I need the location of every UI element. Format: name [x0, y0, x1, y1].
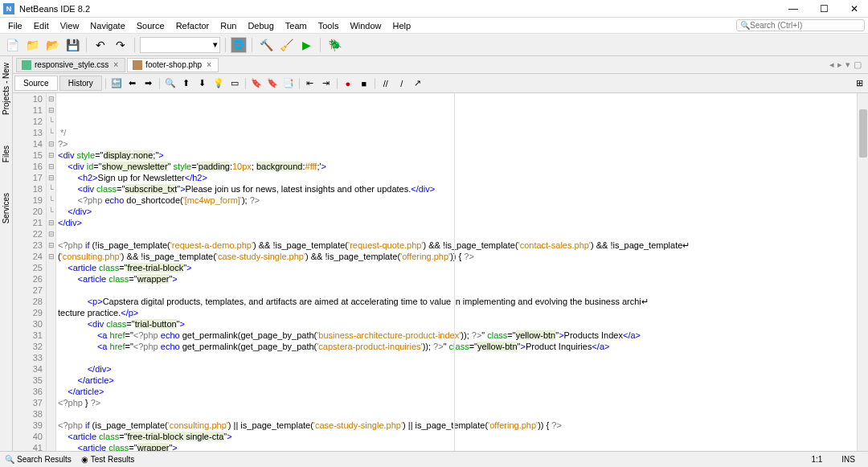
split-button[interactable]: ⊞ [856, 78, 866, 88]
quicksearch-box[interactable]: 🔍 [736, 19, 865, 31]
find-prev-button[interactable]: ⬆ [179, 76, 194, 91]
shift-right-button[interactable]: ⇥ [319, 76, 334, 91]
test-results-tab[interactable]: ◉Test Results [81, 455, 134, 464]
scroll-thumb[interactable] [859, 109, 867, 158]
browser-select[interactable]: 🌐 [231, 37, 247, 53]
css-file-icon [22, 60, 31, 70]
find-selection-button[interactable]: 🔍 [163, 76, 178, 91]
undo-button[interactable]: ↶ [92, 36, 109, 54]
minimize-button[interactable]: — [783, 2, 804, 16]
run-button[interactable]: ▶ [297, 36, 315, 54]
menu-navigate[interactable]: Navigate [85, 19, 129, 32]
sidebar-tab-files[interactable]: Files [1, 142, 11, 166]
line-number-gutter: 1011121314151617181920212223242526272829… [13, 93, 47, 451]
window-title: NetBeans IDE 8.2 [19, 4, 783, 14]
maximize-editor-button[interactable]: ▢ [854, 59, 862, 70]
clean-build-button[interactable]: 🧹 [277, 36, 295, 54]
menu-bar: File Edit View Navigate Source Refactor … [0, 18, 868, 34]
menu-run[interactable]: Run [215, 19, 241, 32]
main-toolbar: 📄 📁 📂 💾 ↶ ↷ ▾ 🌐 🔨 🧹 ▶ 🪲 [0, 34, 868, 56]
search-icon: 🔍 [740, 21, 750, 30]
tab-menu-button[interactable]: ▾ [845, 59, 850, 70]
quicksearch-input[interactable] [750, 21, 861, 30]
editor-toolbar: Source History 🔙 ⬅ ➡ 🔍 ⬆ ⬇ 💡 ▭ 🔖 🔖 📑 ⇤ ⇥… [13, 74, 868, 93]
file-tab[interactable]: footer-shop.php × [127, 58, 219, 72]
main-area: Projects - New Files Services responsive… [0, 56, 868, 451]
close-tab-button[interactable]: × [112, 60, 120, 69]
toggle-highlight-button[interactable]: 💡 [211, 76, 226, 91]
left-sidebar: Projects - New Files Services [0, 56, 13, 451]
toolbar-separator [299, 78, 300, 89]
code-content[interactable]: */?><div style="display:none;"> <div id=… [56, 93, 857, 451]
prev-bookmark-button[interactable]: 🔖 [249, 76, 264, 91]
toolbar-separator [252, 38, 252, 52]
page-guide-line [454, 93, 455, 451]
code-editor[interactable]: 1011121314151617181920212223242526272829… [13, 93, 868, 451]
redo-button[interactable]: ↷ [112, 36, 129, 54]
menu-edit[interactable]: Edit [29, 19, 54, 32]
toolbar-separator [245, 78, 246, 89]
menu-refactor[interactable]: Refactor [171, 19, 215, 32]
config-dropdown[interactable]: ▾ [140, 37, 220, 53]
menu-help[interactable]: Help [388, 19, 416, 32]
macro-record-button[interactable]: ● [341, 76, 355, 91]
sidebar-tab-projects[interactable]: Projects - New [1, 59, 11, 118]
status-right: 1:1 INS [811, 455, 863, 464]
debug-button[interactable]: 🪲 [326, 36, 343, 54]
save-all-button[interactable]: 💾 [63, 36, 81, 54]
close-button[interactable]: ✕ [844, 2, 865, 16]
toggle-bookmark-button[interactable]: 📑 [281, 76, 296, 91]
file-tab[interactable]: responsive_style.css × [16, 58, 125, 72]
window-controls: — ☐ ✕ [783, 2, 865, 16]
next-bookmark-button[interactable]: 🔖 [265, 76, 280, 91]
app-logo-icon: N [3, 3, 14, 14]
menu-source[interactable]: Source [132, 19, 170, 32]
file-tabs-bar: responsive_style.css × footer-shop.php ×… [13, 56, 868, 74]
uncomment-button[interactable]: / [395, 76, 409, 91]
scroll-tabs-left-button[interactable]: ◂ [829, 59, 834, 70]
sidebar-tab-services[interactable]: Services [1, 190, 11, 227]
menu-view[interactable]: View [55, 19, 84, 32]
open-project-button[interactable]: 📂 [43, 36, 61, 54]
cursor-position: 1:1 [811, 455, 822, 464]
status-bar: 🔍Search Results ◉Test Results 1:1 INS [0, 451, 868, 467]
toolbar-separator [134, 38, 135, 52]
new-project-button[interactable]: 📁 [23, 36, 41, 54]
menu-debug[interactable]: Debug [243, 19, 278, 32]
menu-window[interactable]: Window [345, 19, 386, 32]
vertical-scrollbar[interactable] [857, 93, 868, 451]
fold-gutter[interactable]: ⊟⊟└└⊟⊟⊟⊟└└└⊟⊟⊟⊟ [47, 93, 56, 451]
maximize-button[interactable]: ☐ [813, 2, 834, 16]
editor-tab-history[interactable]: History [59, 76, 102, 91]
chevron-down-icon: ▾ [213, 39, 218, 50]
search-icon: 🔍 [5, 455, 14, 464]
menu-team[interactable]: Team [280, 19, 312, 32]
insert-mode: INS [841, 455, 855, 464]
back-button[interactable]: ⬅ [125, 76, 140, 91]
find-next-button[interactable]: ⬇ [195, 76, 210, 91]
new-file-button[interactable]: 📄 [3, 36, 21, 54]
toolbar-separator [320, 38, 321, 52]
toolbar-separator [105, 78, 106, 89]
scroll-tabs-right-button[interactable]: ▸ [837, 59, 842, 70]
goto-button[interactable]: ↗ [411, 76, 425, 91]
menu-file[interactable]: File [3, 19, 27, 32]
file-tab-label: responsive_style.css [35, 60, 108, 69]
toolbar-separator [225, 38, 226, 52]
editor-tab-source[interactable]: Source [14, 76, 58, 91]
forward-button[interactable]: ➡ [141, 76, 156, 91]
toggle-rect-select-button[interactable]: ▭ [227, 76, 242, 91]
menu-tools[interactable]: Tools [313, 19, 344, 32]
globe-icon: 🌐 [233, 39, 244, 50]
shift-left-button[interactable]: ⇤ [303, 76, 317, 91]
title-bar: N NetBeans IDE 8.2 — ☐ ✕ [0, 0, 868, 18]
last-edit-button[interactable]: 🔙 [109, 76, 124, 91]
comment-button[interactable]: // [379, 76, 393, 91]
close-tab-button[interactable]: × [205, 60, 213, 69]
macro-stop-button[interactable]: ■ [357, 76, 371, 91]
toolbar-separator [375, 78, 375, 89]
search-results-tab[interactable]: 🔍Search Results [5, 455, 72, 464]
toolbar-separator [159, 78, 160, 89]
build-button[interactable]: 🔨 [257, 36, 275, 54]
toolbar-separator [86, 38, 87, 52]
